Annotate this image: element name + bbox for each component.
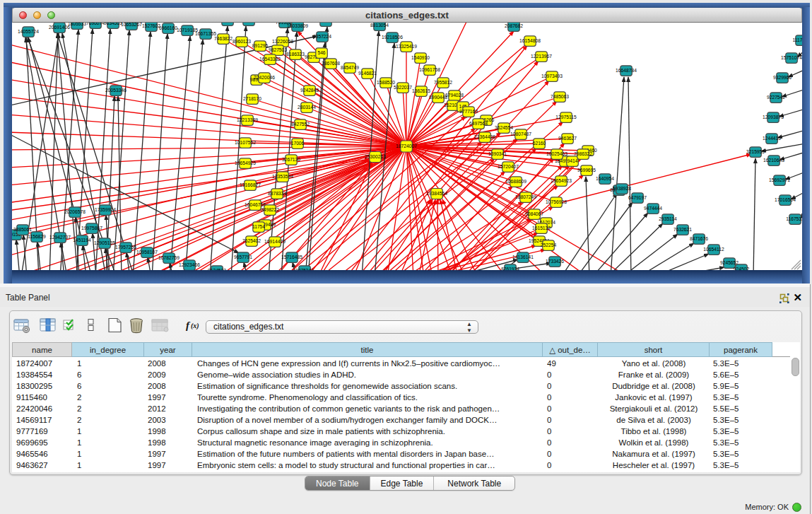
svg-text:10961758: 10961758 (419, 67, 440, 72)
svg-text:7463822: 7463822 (214, 36, 233, 41)
svg-text:10958107: 10958107 (136, 250, 158, 255)
svg-text:1588520: 1588520 (377, 80, 395, 85)
svg-text:6479197: 6479197 (628, 195, 647, 200)
svg-text:9242848: 9242848 (300, 88, 319, 93)
svg-text:16154808: 16154808 (519, 38, 541, 43)
svg-text:7955812: 7955812 (434, 80, 452, 85)
svg-text:19654923: 19654923 (551, 178, 572, 183)
svg-text:9827503: 9827503 (269, 47, 287, 52)
svg-text:9329966: 9329966 (773, 75, 792, 80)
svg-text:7625402: 7625402 (242, 238, 261, 243)
svg-text:62160: 62160 (533, 141, 546, 146)
svg-text:1244415: 1244415 (763, 136, 781, 141)
svg-text:3498222: 3498222 (261, 207, 279, 212)
svg-text:8813054: 8813054 (370, 23, 389, 28)
svg-text:2803144: 2803144 (298, 105, 316, 110)
svg-text:19218506: 19218506 (382, 35, 403, 40)
svg-text:22420046: 22420046 (254, 75, 275, 80)
svg-text:20691406: 20691406 (49, 25, 70, 30)
svg-text:8960123: 8960123 (233, 39, 251, 44)
svg-text:(x): (x) (191, 322, 199, 330)
svg-text:10807487: 10807487 (510, 132, 531, 136)
svg-text:15692971: 15692971 (769, 177, 790, 182)
svg-text:18807249: 18807249 (515, 194, 536, 199)
svg-text:13226058: 13226058 (272, 39, 293, 44)
svg-text:546: 546 (317, 50, 325, 55)
svg-text:15720407: 15720407 (498, 164, 519, 169)
svg-text:7986322: 7986322 (574, 151, 592, 156)
svg-text:8761934: 8761934 (501, 267, 519, 270)
svg-text:18724007: 18724007 (396, 144, 417, 148)
svg-text:9146821: 9146821 (358, 71, 377, 76)
svg-text:2935114: 2935114 (659, 216, 677, 221)
svg-text:16648784: 16648784 (616, 68, 637, 73)
svg-text:1805533: 1805533 (68, 23, 86, 26)
svg-text:6966160: 6966160 (159, 25, 177, 30)
svg-text:2718170: 2718170 (243, 96, 261, 101)
svg-text:17359924: 17359924 (95, 207, 116, 212)
svg-text:16033809: 16033809 (287, 23, 308, 28)
svg-text:12923466: 12923466 (179, 262, 200, 267)
svg-text:3624554: 3624554 (495, 125, 513, 130)
svg-text:8878334: 8878334 (268, 191, 286, 196)
svg-text:9886201: 9886201 (317, 23, 335, 23)
svg-text:6794028: 6794028 (445, 93, 464, 98)
svg-text:2087682: 2087682 (505, 23, 523, 28)
svg-text:12975115: 12975115 (555, 115, 577, 119)
svg-text:20206578: 20206578 (64, 209, 86, 214)
svg-text:17016504: 17016504 (775, 197, 796, 202)
svg-text:20053346: 20053346 (105, 88, 126, 93)
svg-text:9414: 9414 (567, 158, 578, 163)
svg-text:252254: 252254 (541, 243, 557, 247)
svg-text:10653267: 10653267 (121, 23, 142, 27)
svg-text:17006: 17006 (291, 141, 305, 146)
svg-text:7485063: 7485063 (551, 94, 569, 99)
svg-text:12942737: 12942737 (49, 235, 71, 240)
svg-text:11754: 11754 (252, 224, 265, 229)
svg-text:7690074: 7690074 (86, 23, 105, 25)
svg-text:25300213: 25300213 (365, 154, 386, 159)
svg-text:15716485: 15716485 (281, 255, 302, 259)
svg-text:7632621: 7632621 (673, 227, 692, 232)
svg-text:14055724: 14055724 (18, 29, 39, 34)
svg-text:10107552: 10107552 (235, 140, 256, 145)
svg-text:1451194: 1451194 (73, 238, 91, 243)
svg-text:5322037: 5322037 (394, 85, 412, 90)
svg-text:8454749: 8454749 (341, 65, 359, 70)
svg-text:9084067: 9084067 (525, 211, 543, 216)
svg-text:1615132: 1615132 (532, 226, 551, 230)
svg-text:3267130: 3267130 (282, 157, 300, 162)
svg-text:9463627: 9463627 (558, 136, 577, 141)
svg-text:14136141: 14136141 (512, 255, 534, 259)
svg-text:1362615: 1362615 (412, 88, 430, 93)
svg-text:9777169: 9777169 (459, 109, 478, 114)
svg-text:f: f (186, 320, 191, 331)
svg-text:16782759: 16782759 (158, 255, 180, 260)
svg-text:1527602: 1527602 (142, 23, 160, 28)
svg-text:10756928: 10756928 (546, 199, 567, 204)
svg-text:8875341: 8875341 (295, 268, 314, 270)
svg-text:12353594: 12353594 (272, 174, 293, 179)
svg-text:21364436: 21364436 (474, 134, 495, 139)
svg-text:10973493: 10973493 (541, 74, 563, 78)
svg-text:3885061: 3885061 (13, 227, 32, 232)
svg-text:3215955: 3215955 (746, 149, 765, 154)
svg-text:9634503: 9634503 (104, 23, 122, 25)
svg-text:1117453: 1117453 (792, 37, 802, 42)
svg-text:7357224: 7357224 (313, 34, 331, 39)
svg-text:15751074: 15751074 (781, 55, 802, 60)
svg-text:8471676: 8471676 (690, 236, 708, 241)
svg-text:9227542: 9227542 (767, 95, 785, 100)
svg-text:19166827: 19166827 (240, 182, 261, 187)
svg-text:6497568: 6497568 (469, 121, 488, 126)
svg-text:9699695: 9699695 (577, 168, 596, 173)
svg-text:10654112: 10654112 (703, 247, 724, 252)
svg-text:12213389: 12213389 (237, 117, 258, 122)
svg-text:1156829: 1156829 (28, 234, 46, 239)
svg-text:924502: 924502 (734, 267, 750, 270)
svg-text:13325419: 13325419 (396, 44, 417, 49)
svg-text:10688609: 10688609 (505, 179, 526, 184)
svg-text:19384554: 19384554 (426, 191, 447, 196)
svg-text:8186323: 8186323 (286, 52, 305, 57)
svg-text:1390341: 1390341 (488, 151, 507, 156)
